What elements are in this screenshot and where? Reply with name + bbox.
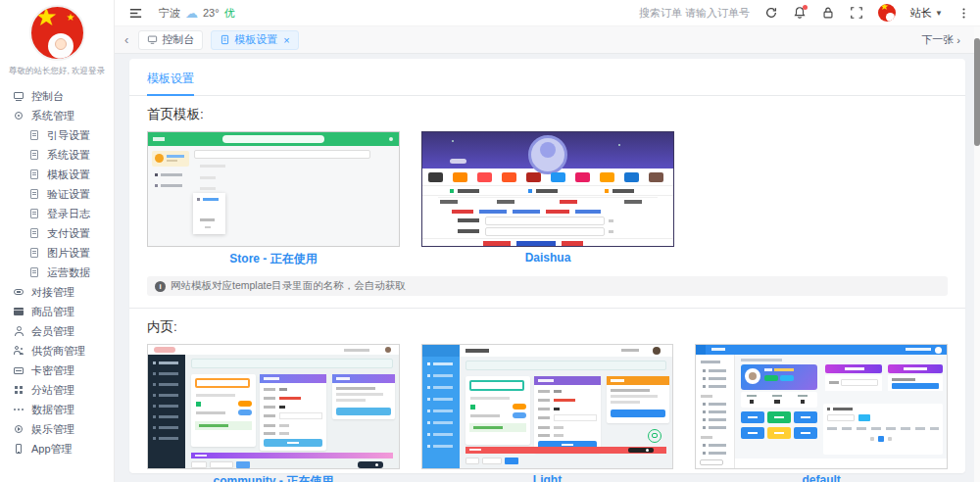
sidebar-menu: 控制台系统管理引导设置系统设置模板设置验证设置登录日志支付设置图片设置运营数据对… — [0, 84, 114, 482]
sidebar-item-entertainment[interactable]: 娱乐管理 — [0, 419, 114, 439]
sidebar-item-system-settings[interactable]: 系统设置 — [0, 145, 114, 165]
doc-icon — [28, 169, 40, 180]
sidebar-item-label: 分站管理 — [31, 383, 74, 398]
template-preview-community[interactable] — [147, 344, 400, 469]
template-preview-default[interactable] — [695, 344, 948, 469]
inner-templates-title: 内页: — [147, 318, 948, 336]
sidebar-item-label: 系统设置 — [47, 148, 90, 163]
inner-templates-row: community - 正在使用 — [147, 344, 948, 482]
template-card-daishua: Daishua — [421, 131, 674, 267]
template-card-light: Light — [421, 344, 674, 482]
sidebar-item-cards[interactable]: 卡密管理 — [0, 361, 114, 380]
tab-label: 模板设置 — [234, 32, 277, 47]
sidebar-item-payment-settings[interactable]: 支付设置 — [0, 223, 114, 243]
home-info-alert: i 网站模板对应template目录里面的名称，会自动获取 — [147, 276, 948, 296]
main-column: 宁波 ☁ 23° 优 搜索订单 请输入订单号 — [115, 0, 980, 482]
template-preview-daishua[interactable] — [421, 131, 674, 247]
sidebar-item-docking[interactable]: 对接管理 — [0, 282, 114, 302]
sidebar-item-system[interactable]: 系统管理 — [0, 106, 114, 125]
template-preview-store[interactable] — [147, 131, 400, 247]
sidebar-item-label: 娱乐管理 — [31, 422, 74, 437]
chevron-right-icon: › — [956, 34, 960, 46]
sidebar-item-suppliers[interactable]: 供货商管理 — [0, 341, 114, 361]
user-menu[interactable]: 站长 ▼ — [910, 6, 943, 21]
doc-icon — [28, 208, 40, 219]
lock-icon[interactable] — [821, 6, 835, 20]
sidebar-item-image-settings[interactable]: 图片设置 — [0, 243, 114, 263]
template-label-store[interactable]: Store - 正在使用 — [147, 251, 400, 267]
sidebar-item-label: 支付设置 — [47, 226, 90, 241]
template-label-light[interactable]: Light — [421, 473, 674, 482]
doc-icon — [28, 266, 40, 278]
card-icon — [13, 364, 24, 376]
fullscreen-icon[interactable] — [850, 6, 863, 20]
sidebar-item-label: 引导设置 — [47, 128, 90, 143]
sidebar-item-console[interactable]: 控制台 — [0, 86, 114, 106]
sidebar-item-guide-settings[interactable]: 引导设置 — [0, 125, 114, 145]
cloud-icon: ☁ — [185, 7, 198, 20]
kebab-menu-icon[interactable] — [957, 7, 970, 20]
tabs-scroll-left-icon[interactable]: ‹ — [122, 32, 130, 47]
close-tab-icon[interactable]: × — [283, 34, 289, 46]
phone-icon — [13, 443, 24, 455]
sidebar-item-label: 卡密管理 — [31, 363, 74, 378]
home-templates-title: 首页模板: — [147, 106, 948, 123]
gear-icon — [13, 110, 24, 121]
sidebar-item-operation-data[interactable]: 运营数据 — [0, 263, 114, 282]
welcome-text: 尊敬的站长您好, 欢迎登录 — [0, 61, 114, 84]
sidebar-item-login-log[interactable]: 登录日志 — [0, 204, 114, 223]
order-search-trigger[interactable]: 搜索订单 请输入订单号 — [639, 6, 750, 21]
home-templates-row: Store - 正在使用 — [147, 131, 948, 267]
tab-console[interactable]: 控制台 — [138, 30, 203, 50]
template-card-community: community - 正在使用 — [147, 344, 400, 482]
content-area: 模板设置 首页模板: — [115, 54, 980, 482]
sidebar-item-substations[interactable]: 分站管理 — [0, 380, 114, 400]
sidebar-item-verify-settings[interactable]: 验证设置 — [0, 184, 114, 204]
template-card-default: default — [695, 344, 948, 482]
sidebar-item-goods[interactable]: 商品管理 — [0, 302, 114, 321]
sidebar-item-template-settings[interactable]: 模板设置 — [0, 165, 114, 184]
doc-icon — [28, 149, 40, 161]
scrollbar-thumb[interactable] — [974, 38, 980, 146]
city-label: 宁波 — [159, 6, 180, 21]
home-info-text: 网站模板对应template目录里面的名称，会自动获取 — [171, 279, 406, 293]
weather-widget: 宁波 ☁ 23° 优 — [159, 6, 235, 21]
sidebar-item-label: 会员管理 — [31, 324, 74, 339]
document-icon — [220, 34, 230, 45]
monitor-icon — [13, 90, 24, 102]
template-preview-light[interactable] — [421, 344, 674, 469]
template-card-store: Store - 正在使用 — [147, 131, 400, 267]
scrollbar-track[interactable] — [974, 26, 980, 482]
temperature-label: 23° — [203, 7, 220, 19]
template-label-default[interactable]: default — [695, 473, 948, 482]
menu-toggle-icon[interactable] — [128, 6, 143, 21]
template-label-community[interactable]: community - 正在使用 — [147, 473, 400, 482]
panel-tab-strip: 模板设置 — [129, 69, 965, 96]
avatar[interactable]: ★ ★ — [29, 5, 85, 61]
section-divider — [129, 308, 965, 309]
sidebar-item-data[interactable]: 数据管理 — [0, 400, 114, 419]
sidebar-item-label: 供货商管理 — [31, 344, 85, 359]
refresh-icon[interactable] — [764, 6, 778, 20]
sidebar-item-members[interactable]: 会员管理 — [0, 321, 114, 341]
panel-tab-template-settings[interactable]: 模板设置 — [147, 71, 194, 96]
box-icon — [13, 306, 24, 317]
tab-template-settings[interactable]: 模板设置 × — [211, 30, 298, 50]
link-icon — [13, 286, 24, 298]
play-icon — [13, 423, 24, 435]
next-page-button[interactable]: 下一张 › — [921, 32, 960, 47]
sidebar-item-app[interactable]: App管理 — [0, 439, 114, 458]
tab-label: 控制台 — [162, 32, 194, 47]
sidebar-item-label: 登录日志 — [47, 207, 90, 221]
sidebar-item-label: 对接管理 — [31, 285, 74, 300]
user-avatar[interactable]: ★ — [878, 4, 896, 22]
bell-icon[interactable] — [793, 6, 807, 20]
sidebar-item-label: 模板设置 — [47, 168, 90, 182]
dots-icon — [13, 404, 24, 415]
mascot-face-inner — [55, 38, 67, 50]
doc-icon — [28, 247, 40, 259]
sidebar-item-label: 商品管理 — [31, 305, 74, 319]
template-label-daishua[interactable]: Daishua — [421, 251, 674, 265]
sidebar-item-label: 图片设置 — [47, 246, 90, 261]
monitor-icon — [147, 34, 158, 45]
